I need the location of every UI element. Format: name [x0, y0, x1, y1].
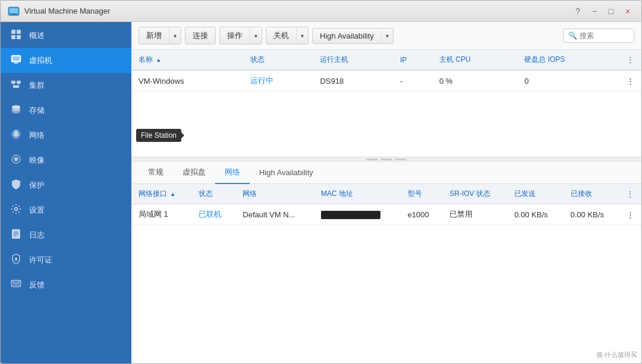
sidebar-label-cluster: 集群: [29, 80, 45, 91]
sidebar: 概述 虚拟机: [1, 22, 131, 363]
svg-rect-1: [10, 8, 18, 13]
nth-network[interactable]: 网络: [235, 184, 314, 204]
nth-status[interactable]: 状态: [191, 184, 235, 204]
watermark: 值·什么值得买: [596, 350, 637, 359]
resize-handle[interactable]: [131, 157, 641, 162]
connect-button[interactable]: 连接: [185, 27, 216, 45]
search-icon: 🔍: [568, 31, 577, 40]
add-button[interactable]: 新增: [139, 27, 169, 45]
operate-button[interactable]: 操作: [219, 27, 250, 45]
toolbar: 新增 ▾ 连接 操作 ▾ 关机 ▾ High Availability ▾: [131, 22, 641, 50]
ha-dropdown-button[interactable]: ▾: [381, 28, 394, 44]
detail-tab-ha[interactable]: High Availability: [250, 163, 323, 183]
add-dropdown-button[interactable]: ▾: [169, 27, 181, 45]
shutdown-btn-group: 关机 ▾: [266, 27, 309, 45]
sidebar-item-protection[interactable]: 保护: [1, 173, 131, 198]
vm-iops: 0: [517, 70, 619, 91]
minimize-button[interactable]: −: [588, 5, 601, 18]
sidebar-label-settings: 设置: [29, 205, 45, 216]
resize-dot-3: [395, 159, 407, 160]
nth-interface[interactable]: 网络接口 ▲: [131, 184, 191, 204]
th-ip[interactable]: IP: [393, 50, 432, 70]
operate-btn-group: 操作 ▾: [219, 27, 262, 45]
nth-sent[interactable]: 已发送: [507, 184, 563, 204]
sidebar-label-feedback: 反馈: [29, 280, 45, 290]
sidebar-item-overview[interactable]: 概述: [1, 22, 131, 48]
resize-dot-2: [380, 159, 392, 160]
ha-button[interactable]: High Availability: [312, 28, 381, 44]
nth-mac[interactable]: MAC 地址: [314, 184, 401, 204]
detail-tab-disk[interactable]: 虚拟盘: [173, 162, 215, 184]
sidebar-item-network[interactable]: 网络 File Station: [1, 123, 131, 148]
vm-name: VM-Windows: [131, 70, 243, 91]
th-cpu[interactable]: 主机 CPU: [432, 50, 517, 70]
table-row[interactable]: VM-Windows 运行中 DS918 - 0 % 0 ⋮: [131, 70, 641, 91]
sidebar-item-feedback[interactable]: 反馈: [1, 273, 131, 297]
overview-icon: [10, 29, 22, 42]
vm-icon: [10, 54, 22, 67]
window-title: Virtual Machine Manager: [24, 7, 110, 15]
nth-type[interactable]: 型号: [401, 184, 443, 204]
sidebar-item-cluster[interactable]: 集群: [1, 73, 131, 98]
vm-more[interactable]: ⋮: [619, 70, 641, 91]
add-btn-group: 新增 ▾: [139, 27, 181, 45]
app-window: Virtual Machine Manager ? − □ ×: [0, 0, 642, 364]
shutdown-button[interactable]: 关机: [266, 27, 296, 45]
sidebar-item-storage[interactable]: 存储: [1, 98, 131, 123]
sidebar-label-license: 许可证: [29, 255, 52, 265]
detail-tab-network[interactable]: 网络: [215, 162, 250, 184]
th-name[interactable]: 名称 ▲: [131, 50, 243, 70]
sidebar-label-vm: 虚拟机: [29, 55, 52, 66]
sidebar-label-image: 映像: [29, 155, 45, 166]
nth-received[interactable]: 已接收: [564, 184, 619, 204]
log-icon: [10, 229, 22, 242]
net-type: e1000: [401, 204, 443, 225]
sidebar-item-log[interactable]: 日志: [1, 223, 131, 248]
svg-point-21: [15, 208, 18, 211]
ha-btn-group: High Availability ▾: [312, 28, 394, 44]
net-status: 已联机: [191, 204, 235, 225]
shutdown-dropdown-button[interactable]: ▾: [296, 27, 309, 45]
title-bar-left: Virtual Machine Manager: [8, 5, 110, 17]
vm-cpu: 0 %: [432, 70, 517, 91]
net-sriov: 已禁用: [442, 204, 507, 225]
list-item[interactable]: 局域网 1 已联机 Default VM N... e1000 已禁用 0.00…: [131, 204, 641, 225]
th-status[interactable]: 状态: [243, 50, 313, 70]
th-host[interactable]: 运行主机: [313, 50, 392, 70]
detail-panel: 常规虚拟盘网络High Availability 网络接口 ▲ 状态 网络 MA…: [131, 162, 641, 363]
license-icon: [10, 254, 22, 267]
sidebar-label-storage: 存储: [29, 105, 45, 116]
svg-rect-11: [17, 81, 21, 84]
resize-dot-1: [366, 159, 378, 160]
operate-dropdown-button[interactable]: ▾: [250, 27, 262, 45]
svg-rect-8: [12, 56, 20, 61]
nth-sriov[interactable]: SR-IOV 状态: [442, 184, 507, 204]
mac-redacted: [321, 211, 380, 219]
storage-icon: [10, 104, 22, 117]
help-button[interactable]: ?: [571, 5, 584, 18]
svg-rect-6: [17, 35, 21, 39]
maximize-button[interactable]: □: [605, 5, 618, 18]
svg-rect-9: [14, 63, 18, 64]
close-button[interactable]: ×: [621, 5, 634, 18]
net-received: 0.00 KB/s: [564, 204, 619, 225]
svg-rect-3: [11, 30, 15, 34]
sidebar-item-vm[interactable]: 虚拟机: [1, 48, 131, 73]
sort-arrow-interface: ▲: [170, 191, 175, 197]
sidebar-item-image[interactable]: 映像: [1, 148, 131, 173]
vm-status: 运行中: [243, 70, 313, 91]
search-input[interactable]: [580, 31, 627, 40]
vm-table: 名称 ▲ 状态 运行主机 IP 主机 CPU 硬盘总 IOPS ⋮ VM-Win…: [131, 50, 641, 91]
detail-tab-general[interactable]: 常规: [139, 162, 173, 184]
net-more[interactable]: ⋮: [619, 204, 641, 225]
sidebar-label-protection: 保护: [29, 180, 45, 191]
sidebar-item-settings[interactable]: 设置: [1, 198, 131, 223]
detail-table-area: 网络接口 ▲ 状态 网络 MAC 地址 型号 SR-IOV 状态 已发送 已接收…: [131, 184, 641, 363]
net-interface: 局域网 1: [131, 204, 191, 225]
title-bar: Virtual Machine Manager ? − □ ×: [1, 1, 641, 22]
sidebar-item-license[interactable]: 许可证: [1, 248, 131, 273]
th-more: ⋮: [619, 50, 641, 70]
detail-tabs: 常规虚拟盘网络High Availability: [131, 162, 641, 184]
th-iops[interactable]: 硬盘总 IOPS: [517, 50, 619, 70]
svg-rect-5: [11, 35, 15, 39]
